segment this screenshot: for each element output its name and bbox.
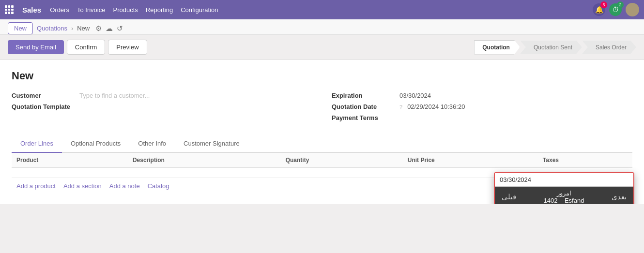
tab-optional-products[interactable]: Optional Products [62, 135, 129, 153]
main-content: New Customer Type to find a customer... … [0, 60, 644, 204]
add-product-link[interactable]: Add a product [16, 182, 56, 190]
page-title: New [12, 70, 632, 82]
app-logo[interactable] [5, 5, 14, 14]
breadcrumb-separator: › [71, 25, 73, 32]
form-fields: Customer Type to find a customer... Quot… [12, 92, 632, 125]
expiration-value[interactable]: 03/30/2024 [399, 92, 431, 99]
col-taxes: Taxes [538, 153, 632, 168]
catalog-link[interactable]: Catalog [148, 182, 169, 190]
payment-terms-row: Payment Terms [332, 114, 632, 121]
pipeline-step-quotation[interactable]: Quotation [474, 40, 520, 55]
user-avatar[interactable] [626, 3, 639, 16]
tab-order-lines[interactable]: Order Lines [12, 135, 62, 153]
cal-input-value: 03/30/2024 [500, 176, 531, 183]
status-pipeline: Quotation Quotation Sent Sales Order [474, 40, 636, 55]
send-email-button[interactable]: Send by Email [8, 40, 64, 54]
cal-next-btn[interactable]: بعدی [610, 193, 629, 201]
menu-reporting[interactable]: Reporting [146, 6, 173, 14]
cal-today-center: امروز [557, 190, 571, 197]
action-bar: Send by Email Confirm Preview Quotation … [0, 35, 644, 60]
menu-configuration[interactable]: Configuration [181, 6, 218, 14]
toolbar-icons: ⚙ ☁ ↺ [95, 24, 123, 33]
col-quantity: Quantity [281, 153, 403, 168]
menu-products[interactable]: Products [113, 6, 138, 14]
calendar-date-input[interactable]: 03/30/2024 [495, 173, 633, 187]
tab-customer-signature[interactable]: Customer Signature [175, 135, 248, 153]
col-description: Description [128, 153, 281, 168]
add-note-link[interactable]: Add a note [109, 182, 140, 190]
tab-other-info[interactable]: Other Info [129, 135, 175, 153]
confirm-button[interactable]: Confirm [67, 40, 106, 55]
col-product: Product [12, 153, 128, 168]
pipeline-step-order[interactable]: Sales Order [582, 41, 636, 54]
menu-to-invoice[interactable]: To Invoice [77, 6, 106, 14]
grid-icon [5, 5, 14, 14]
expiration-row: Expiration 03/30/2024 [332, 92, 632, 99]
quotation-template-label: Quotation Template [12, 103, 75, 110]
tabs-bar: Order Lines Optional Products Other Info… [12, 135, 632, 153]
expiration-label: Expiration [332, 92, 395, 99]
quotation-date-row: Quotation Date ? 02/29/2024 10:36:20 [332, 103, 632, 110]
quotation-date-value: 02/29/2024 10:36:20 [407, 103, 465, 110]
breadcrumb-parent[interactable]: Quotations [37, 25, 67, 32]
quotation-date-help[interactable]: ? [399, 104, 402, 110]
top-navigation: Sales Orders To Invoice Products Reporti… [0, 0, 644, 19]
notifications-bell[interactable]: 🔔 5 [593, 3, 605, 16]
new-button[interactable]: New [8, 22, 33, 34]
preview-button[interactable]: Preview [108, 40, 147, 55]
customer-label: Customer [12, 92, 75, 99]
clock-count: 2 [617, 1, 624, 8]
breadcrumb-current: New [77, 25, 90, 32]
app-name: Sales [22, 6, 41, 14]
col-unit-price: Unit Price [403, 153, 538, 168]
top-right-actions: 🔔 5 ⏱ 2 [593, 3, 639, 16]
customer-input[interactable]: Type to find a customer... [79, 92, 150, 99]
add-section-link[interactable]: Add a section [63, 182, 102, 190]
quotation-template-row: Quotation Template [12, 103, 312, 110]
undo-icon[interactable]: ↺ [117, 24, 123, 33]
settings-icon[interactable]: ⚙ [95, 24, 102, 33]
bell-count: 5 [600, 1, 607, 8]
quotation-date-label: Quotation Date [332, 103, 395, 110]
activities-clock[interactable]: ⏱ 2 [609, 3, 622, 16]
menu-orders[interactable]: Orders [50, 6, 69, 14]
cal-prev-btn[interactable]: قبلی [500, 193, 518, 201]
customer-row: Customer Type to find a customer... [12, 92, 312, 99]
payment-terms-label: Payment Terms [332, 114, 395, 121]
cal-year-display: 1402 Esfand [544, 197, 584, 204]
calendar-month-year: امروز 1402 Esfand [518, 190, 610, 204]
calendar-header: قبلی امروز 1402 Esfand بعدی [495, 187, 633, 204]
cloud-upload-icon[interactable]: ☁ [106, 24, 113, 33]
top-menu: Orders To Invoice Products Reporting Con… [50, 6, 218, 14]
calendar-popup: 03/30/2024 قبلی امروز 1402 Esfand بعدی J… [494, 172, 634, 204]
breadcrumb-bar: New Quotations › New ⚙ ☁ ↺ [0, 19, 644, 35]
pipeline-step-sent[interactable]: Quotation Sent [520, 41, 582, 54]
